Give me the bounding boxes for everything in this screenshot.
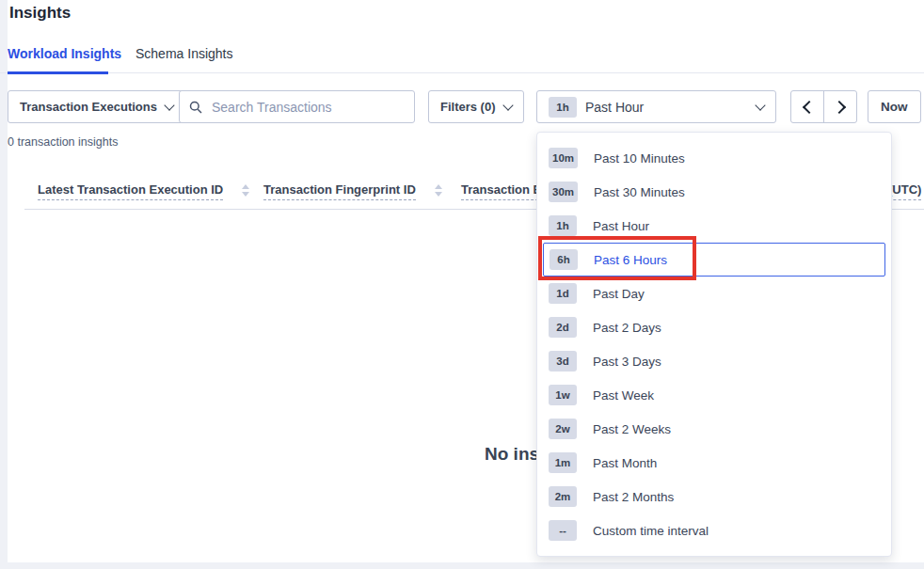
duration-badge: 1m — [549, 452, 577, 473]
transaction-type-label: Transaction Executions — [20, 100, 157, 114]
filters-label: Filters (0) — [440, 100, 496, 114]
column-header-transaction-execution[interactable]: Transaction Ex — [461, 182, 548, 200]
time-option-2w[interactable]: 2wPast 2 Weeks — [537, 412, 891, 446]
duration-badge: 2m — [549, 486, 577, 507]
time-option-10m[interactable]: 10mPast 10 Minutes — [537, 141, 891, 175]
chevron-down-icon — [755, 100, 765, 110]
time-option-label: Past 6 Hours — [594, 253, 667, 267]
time-interval-dropdown: 10mPast 10 Minutes30mPast 30 Minutes1hPa… — [536, 132, 892, 557]
sort-icon — [435, 184, 442, 197]
previous-interval-button[interactable] — [791, 91, 823, 122]
time-option-label: Custom time interval — [593, 524, 709, 538]
time-option-label: Past Hour — [593, 219, 649, 233]
sort-icon — [242, 184, 249, 197]
duration-badge: 1w — [549, 385, 577, 405]
chevron-left-icon — [802, 100, 815, 113]
time-option-6h[interactable]: 6hPast 6 Hours — [543, 243, 885, 277]
time-option-label: Past 2 Months — [593, 490, 674, 504]
search-icon — [189, 101, 202, 114]
page-title: Insights — [9, 4, 71, 23]
time-option-1h[interactable]: 1hPast Hour — [537, 209, 891, 243]
column-header-start-time-utc[interactable]: (UTC) — [888, 182, 921, 200]
time-option-label: Past Day — [593, 287, 645, 301]
time-option-2m[interactable]: 2mPast 2 Months — [537, 480, 891, 514]
time-option-custom[interactable]: --Custom time interval — [537, 514, 891, 547]
tab-workload-insights[interactable]: Workload Insights — [8, 46, 121, 61]
filters-button[interactable]: Filters (0) — [428, 90, 524, 123]
column-label: Transaction Ex — [461, 182, 548, 200]
chevron-right-icon — [832, 100, 845, 113]
column-label: Transaction Fingerprint ID — [263, 182, 416, 200]
column-label: Latest Transaction Execution ID — [38, 182, 223, 200]
duration-badge: 2w — [549, 419, 577, 439]
duration-badge: 30m — [549, 182, 578, 202]
active-tab-underline — [8, 71, 108, 74]
time-option-label: Past 10 Minutes — [594, 151, 685, 166]
time-interval-badge: 1h — [549, 97, 577, 118]
time-option-label: Past 3 Days — [593, 355, 661, 369]
next-interval-button[interactable] — [823, 91, 856, 122]
time-option-label: Past 2 Days — [593, 321, 661, 335]
time-option-label: Past 2 Weeks — [593, 422, 671, 436]
time-option-2d[interactable]: 2dPast 2 Days — [537, 310, 891, 344]
search-box[interactable] — [179, 90, 415, 123]
tab-schema-insights[interactable]: Schema Insights — [135, 46, 233, 61]
duration-badge: 1d — [549, 283, 577, 304]
time-option-label: Past Month — [593, 456, 657, 470]
column-label: (UTC) — [888, 182, 921, 200]
time-option-3d[interactable]: 3dPast 3 Days — [537, 344, 891, 378]
duration-badge: 3d — [549, 351, 577, 371]
time-interval-label: Past Hour — [585, 100, 644, 115]
time-interval-trigger[interactable]: 1h Past Hour — [536, 90, 776, 123]
time-step-buttons — [790, 90, 857, 123]
duration-badge: 10m — [549, 148, 578, 168]
insights-page: Insights Workload Insights Schema Insigh… — [0, 0, 924, 569]
insights-count: 0 transaction insights — [8, 135, 118, 149]
duration-badge: 1h — [549, 215, 577, 236]
time-option-1m[interactable]: 1mPast Month — [537, 446, 891, 480]
transaction-type-select[interactable]: Transaction Executions — [8, 90, 185, 123]
time-option-label: Past Week — [593, 388, 654, 403]
time-option-label: Past 30 Minutes — [594, 185, 685, 199]
duration-badge: 6h — [550, 249, 578, 270]
column-header-latest-transaction-execution-id[interactable]: Latest Transaction Execution ID — [38, 182, 249, 200]
chevron-down-icon — [164, 100, 174, 110]
duration-badge: 2d — [549, 317, 577, 338]
search-input[interactable] — [210, 99, 405, 116]
time-option-30m[interactable]: 30mPast 30 Minutes — [537, 175, 891, 209]
duration-badge: -- — [549, 520, 577, 541]
time-option-1d[interactable]: 1dPast Day — [537, 277, 891, 310]
now-button[interactable]: Now — [868, 90, 921, 123]
chevron-down-icon — [502, 100, 513, 110]
column-header-transaction-fingerprint-id[interactable]: Transaction Fingerprint ID — [263, 182, 442, 200]
tabs-divider — [0, 72, 924, 73]
now-label: Now — [881, 100, 908, 114]
time-option-1w[interactable]: 1wPast Week — [537, 378, 891, 412]
